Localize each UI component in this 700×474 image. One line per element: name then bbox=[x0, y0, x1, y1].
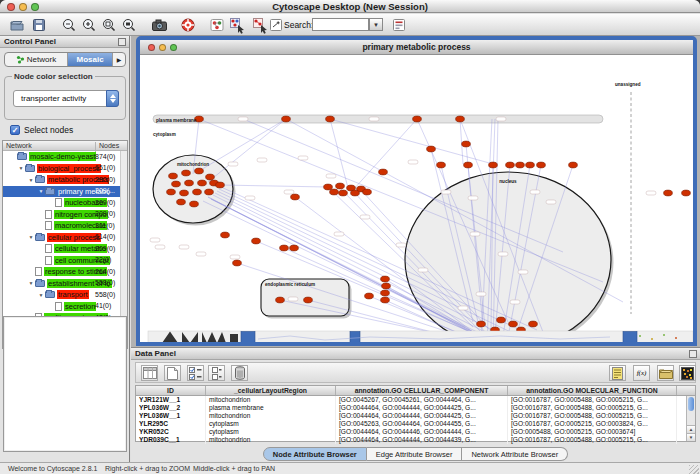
graph-node[interactable] bbox=[221, 232, 230, 238]
graph-node[interactable] bbox=[339, 190, 348, 196]
expand-arrow-icon[interactable]: ▼ bbox=[37, 292, 45, 298]
graph-node[interactable] bbox=[506, 162, 515, 168]
graph-node[interactable] bbox=[365, 293, 374, 299]
unselect-attributes-icon[interactable] bbox=[208, 365, 225, 381]
tree-row-cell-communicat[interactable]: cell communicat22(0) bbox=[3, 255, 127, 267]
graph-node[interactable] bbox=[381, 297, 390, 303]
select-nodes-tool-icon[interactable] bbox=[229, 16, 247, 34]
window-titlebar[interactable]: Cytoscape Desktop (New Session) bbox=[0, 0, 700, 13]
graph-node[interactable] bbox=[290, 245, 299, 251]
graph-node[interactable] bbox=[205, 189, 214, 195]
birds-eye-view-panel[interactable] bbox=[3, 316, 127, 452]
attribute-checklist-icon[interactable] bbox=[187, 365, 204, 381]
graph-node[interactable] bbox=[509, 321, 518, 327]
snapshot-camera-icon[interactable] bbox=[150, 16, 168, 34]
graph-node[interactable] bbox=[185, 180, 194, 186]
float-panel-icon[interactable] bbox=[118, 38, 126, 46]
graph-node[interactable] bbox=[682, 190, 691, 196]
graph-node[interactable] bbox=[569, 162, 578, 168]
graph-node[interactable] bbox=[169, 173, 178, 179]
float-data-panel-icon[interactable] bbox=[689, 350, 697, 358]
graph-node[interactable] bbox=[193, 189, 202, 195]
tree-row-transport[interactable]: ▼transport558(0) bbox=[3, 289, 127, 301]
table-row-YDR039C__1[interactable]: YDR039C__1mitochondrion[GO:0044464, GO:0… bbox=[136, 436, 695, 444]
graph-node[interactable] bbox=[381, 290, 390, 296]
vizmapper-icon[interactable] bbox=[208, 16, 226, 34]
tree-row-cellular-metabo[interactable]: cellular metabo209(0) bbox=[3, 243, 127, 255]
graph-node[interactable] bbox=[206, 174, 215, 180]
graph-node[interactable] bbox=[216, 182, 225, 188]
graph-node[interactable] bbox=[537, 162, 546, 168]
graph-node[interactable] bbox=[477, 321, 486, 327]
graph-node[interactable] bbox=[190, 201, 199, 207]
graph-node[interactable] bbox=[456, 116, 465, 122]
column-header-2[interactable]: annotation.GO CELLULAR_COMPONENT bbox=[336, 386, 508, 395]
expand-arrow-icon[interactable]: ▼ bbox=[27, 177, 35, 183]
zoom-fit-icon[interactable] bbox=[120, 16, 138, 34]
import-attributes-folder-icon[interactable] bbox=[657, 365, 674, 381]
zoom-selected-icon[interactable] bbox=[100, 16, 118, 34]
column-header-3[interactable]: annotation.GO MOLECULAR_FUNCTION bbox=[508, 386, 677, 395]
node-color-combo[interactable]: transporter activity bbox=[13, 90, 119, 107]
column-header-0[interactable]: ID bbox=[136, 386, 206, 395]
save-session-icon[interactable] bbox=[30, 16, 48, 34]
graph-node[interactable] bbox=[276, 297, 285, 303]
resize-grip[interactable] bbox=[689, 465, 699, 474]
tree-row-response-to-stimul[interactable]: response to stimul264(0) bbox=[3, 266, 127, 278]
tab-network[interactable]: Network bbox=[5, 53, 68, 66]
graph-node[interactable] bbox=[195, 168, 204, 174]
table-row-YLR295C[interactable]: YLR295Ccytoplasm[GO:0045263, GO:0044464,… bbox=[136, 420, 695, 428]
graph-node[interactable] bbox=[177, 199, 186, 205]
graph-node[interactable] bbox=[330, 189, 339, 195]
graph-node[interactable] bbox=[252, 238, 261, 244]
network-view-window[interactable]: primary metabolic process plasma membran… bbox=[136, 36, 697, 346]
graph-node[interactable] bbox=[304, 297, 313, 303]
graph-node[interactable] bbox=[198, 180, 207, 186]
graph-node[interactable] bbox=[280, 245, 289, 251]
tree-column-network[interactable]: Network bbox=[6, 142, 32, 149]
graph-node[interactable] bbox=[172, 181, 181, 187]
graph-node[interactable] bbox=[167, 189, 176, 195]
table-row-YKR052C[interactable]: YKR052Ccytoplasm[GO:0044464, GO:0044446,… bbox=[136, 428, 695, 436]
zoom-out-icon[interactable] bbox=[60, 16, 78, 34]
network-window-titlebar[interactable]: primary metabolic process bbox=[140, 40, 693, 55]
table-row-YJR121W__1[interactable]: YJR121W__1mitochondrion[GO:0045267, GO:0… bbox=[136, 396, 695, 404]
tree-row-secretion[interactable]: secretion41(0) bbox=[3, 301, 127, 313]
graph-node[interactable] bbox=[664, 190, 673, 196]
network-canvas[interactable]: plasma membranecytoplasmmitochondrionnuc… bbox=[140, 55, 693, 343]
graph-node[interactable] bbox=[351, 190, 360, 196]
tab-edge-attribute-browser[interactable]: Edge Attribute Browser bbox=[367, 447, 463, 461]
graph-node[interactable] bbox=[413, 116, 422, 122]
expand-arrow-icon[interactable]: ▼ bbox=[37, 188, 45, 194]
graph-node[interactable] bbox=[516, 162, 525, 168]
graph-node[interactable] bbox=[282, 116, 291, 122]
expand-arrow-icon[interactable]: ▼ bbox=[17, 165, 25, 171]
tree-row-cellular-process[interactable]: ▼cellular process614(0) bbox=[3, 232, 127, 244]
select-attributes-icon[interactable] bbox=[141, 365, 158, 381]
more-tabs-arrow-icon[interactable]: ▶ bbox=[113, 53, 125, 66]
tree-row-biological-process[interactable]: ▼biological_process651(0) bbox=[3, 163, 127, 175]
graph-node[interactable] bbox=[497, 317, 506, 323]
scroll-down-icon[interactable]: ▼ bbox=[687, 433, 695, 441]
graph-node[interactable] bbox=[324, 184, 333, 190]
delete-attribute-trash-icon[interactable] bbox=[231, 365, 248, 381]
select-nodes-checkbox[interactable]: ✓ Select nodes bbox=[10, 125, 73, 135]
help-lifering-icon[interactable] bbox=[179, 16, 197, 34]
search-input[interactable] bbox=[312, 18, 369, 31]
graph-node[interactable] bbox=[529, 321, 538, 327]
tab-node-attribute-browser[interactable]: Node Attribute Browser bbox=[263, 447, 367, 461]
graph-node[interactable] bbox=[427, 146, 436, 152]
matrix-heatmap-icon[interactable] bbox=[679, 365, 696, 381]
zoom-in-icon[interactable] bbox=[80, 16, 98, 34]
graph-node[interactable] bbox=[182, 170, 191, 176]
table-scrollbar[interactable]: ▲ ▼ bbox=[686, 396, 695, 441]
graph-node[interactable] bbox=[291, 194, 300, 200]
tree-row-metabolic-process[interactable]: ▼metabolic process280(0) bbox=[3, 174, 127, 186]
tree-row-nitrogen-compo[interactable]: nitrogen compo209(0) bbox=[3, 209, 127, 221]
graph-node[interactable] bbox=[336, 183, 345, 189]
search-dropdown-button[interactable]: ▼ bbox=[369, 18, 383, 31]
tree-row-nucleobase-[interactable]: nucleobase-209(0) bbox=[3, 197, 127, 209]
new-attribute-icon[interactable] bbox=[164, 365, 181, 381]
graph-node[interactable] bbox=[526, 162, 535, 168]
column-header-1[interactable]: _cellularLayoutRegion bbox=[206, 386, 336, 395]
